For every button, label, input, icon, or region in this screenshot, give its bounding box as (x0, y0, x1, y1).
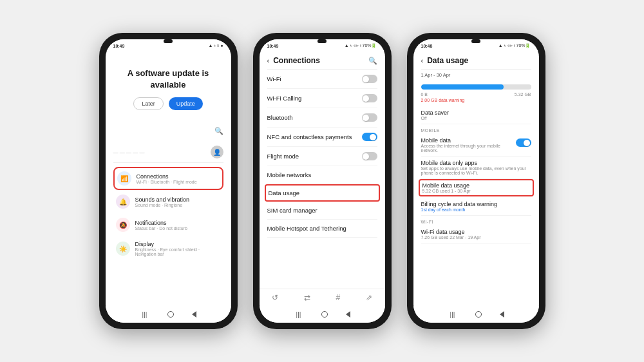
wifi-calling-toggle[interactable] (362, 94, 377, 102)
display-label: Display (135, 241, 221, 247)
nav-home-button[interactable] (167, 311, 174, 318)
user-name: — — — — — (113, 149, 145, 155)
menu-item-sim[interactable]: SIM card manager (267, 202, 377, 220)
nav-menu-button-3[interactable]: ||| (448, 310, 457, 319)
menu-item-bluetooth[interactable]: Bluetooth (267, 108, 377, 128)
settings-item-display[interactable]: ☀️ Display Brightness · Eye comfort shie… (113, 236, 223, 261)
mobile-data-toggle[interactable] (516, 138, 531, 147)
camera-notch (164, 39, 173, 43)
nav-back-button[interactable] (192, 311, 196, 318)
billing-cycle-sub: 1st day of each month (421, 207, 531, 212)
mobile-data-only-title: Mobile data only apps (421, 160, 531, 166)
settings-item-sounds[interactable]: 🔔 Sounds and vibration Sound mode · Ring… (113, 190, 223, 213)
mobile-data-item[interactable]: Mobile data Access the internet through … (421, 134, 531, 157)
data-saver-item[interactable]: Data saver Off (421, 106, 531, 124)
camera-notch-2 (317, 39, 327, 43)
settings-item-notifications[interactable]: 🔕 Notifications Status bar · Do not dist… (113, 213, 223, 236)
notifications-label: Notifications (135, 220, 187, 226)
nav-bar-2: ||| (260, 306, 385, 323)
connections-label: Connections (137, 173, 197, 180)
status-icons-2: ▲ ৳ ৩৮ ৷৷ 70%🔋 (345, 43, 377, 48)
toolbar-icon-3[interactable]: # (336, 293, 340, 302)
menu-item-wifi[interactable]: Wi-Fi (267, 70, 377, 89)
nav-back-button-3[interactable] (500, 311, 504, 318)
avatar: 👤 (211, 146, 223, 158)
mobile-data-title: Mobile data (421, 137, 516, 144)
menu-item-nfc[interactable]: NFC and contactless payments (267, 128, 377, 147)
data-warning: 2.00 GB data warning (421, 98, 531, 102)
phone-1-screen: 10:49 ▲ ৳ ৪ ● A software update is avail… (106, 39, 231, 323)
update-title: A software update is available (120, 68, 217, 91)
display-icon: ☀️ (116, 242, 130, 256)
search-bar: 🔍 (113, 124, 223, 138)
sounds-label: Sounds and vibration (135, 196, 190, 203)
data-saver-title: Data saver (421, 110, 531, 116)
display-text: Display Brightness · Eye comfort shield … (135, 241, 221, 256)
wifi-label: Wi-Fi (267, 75, 281, 82)
nav-menu-button[interactable]: ||| (140, 310, 149, 319)
data-usage-labels: 0 B 5.32 GB (421, 92, 531, 97)
user-section: — — — — — 👤 (113, 142, 223, 163)
back-button-3[interactable]: ‹ (421, 57, 424, 64)
settings-item-connections[interactable]: 📶 Connections Wi-Fi · Bluetooth · Flight… (113, 167, 223, 190)
connections-sub: Wi-Fi · Bluetooth · Flight mode (137, 180, 197, 184)
bluetooth-toggle[interactable] (362, 113, 377, 122)
phone-2-screen: 10:49 ▲ ৳ ৩৮ ৷৷ 70%🔋 ‹ Connections 🔍 Wi-… (260, 39, 385, 323)
nav-home-button-2[interactable] (321, 311, 328, 318)
header-left: ‹ Connections (267, 56, 320, 65)
wifi-toggle[interactable] (362, 75, 377, 83)
display-sub: Brightness · Eye comfort shield · Naviga… (135, 247, 221, 256)
connections-menu: Wi-Fi Wi-Fi Calling Bluetooth NFC and co… (267, 70, 377, 238)
status-time-3: 10:48 (421, 44, 433, 48)
back-button[interactable]: ‹ (267, 57, 270, 64)
menu-item-data-usage[interactable]: Data usage (265, 184, 380, 202)
nav-back-button-2[interactable] (346, 311, 350, 318)
connections-header: ‹ Connections 🔍 (267, 51, 377, 70)
search-button[interactable]: 🔍 (368, 57, 377, 65)
mobile-data-only-sub: Set apps to always use mobile data, even… (421, 166, 531, 175)
wifi-data-usage-item[interactable]: Wi-Fi data usage 7.26 GB used 22 Mar - 1… (421, 225, 531, 243)
wifi-data-usage-title: Wi-Fi data usage (421, 229, 531, 235)
sounds-icon: 🔔 (116, 195, 130, 209)
page-title-data-usage: Data usage (427, 56, 468, 65)
page-title-connections: Connections (273, 56, 320, 65)
notifications-text: Notifications Status bar · Do not distur… (135, 220, 187, 231)
mobile-data-usage-item[interactable]: Mobile data usage 5.32 GB used 1 - 30 Ap… (419, 179, 534, 196)
menu-item-mobile-networks[interactable]: Mobile networks (267, 166, 377, 184)
status-time-2: 10:49 (267, 44, 279, 48)
usage-left: 0 B (421, 92, 428, 97)
later-button[interactable]: Later (133, 97, 164, 110)
phone-1-content: A software update is available Later Upd… (106, 51, 231, 306)
nav-bar-1: ||| (106, 306, 231, 323)
bluetooth-label: Bluetooth (267, 114, 293, 121)
status-icons-3: ▲ ৳ ৩৮ ৷৷ 70%🔋 (498, 43, 531, 48)
settings-list: 📶 Connections Wi-Fi · Bluetooth · Flight… (113, 167, 223, 261)
mobile-data-sub: Access the internet through your mobile … (421, 144, 516, 153)
toolbar-icon-4[interactable]: ⇗ (366, 293, 372, 302)
update-button[interactable]: Update (169, 97, 203, 110)
phone-1: 10:49 ▲ ৳ ৪ ● A software update is avail… (99, 33, 238, 329)
data-usage-label: Data usage (269, 189, 300, 196)
nfc-toggle[interactable] (362, 133, 377, 141)
menu-item-hotspot[interactable]: Mobile Hotspot and Tethering (267, 220, 377, 238)
toolbar-icon-2[interactable]: ⇄ (304, 293, 310, 302)
nav-menu-button-2[interactable]: ||| (294, 310, 303, 319)
wifi-data-usage-sub: 7.26 GB used 22 Mar - 19 Apr (421, 235, 531, 240)
update-buttons: Later Update (120, 97, 217, 110)
nav-home-button-3[interactable] (475, 311, 482, 318)
billing-cycle-title: Billing cycle and data warning (421, 201, 531, 207)
search-icon[interactable]: 🔍 (214, 127, 223, 135)
mobile-data-only-item[interactable]: Mobile data only apps Set apps to always… (421, 157, 531, 179)
phone-2: 10:49 ▲ ৳ ৩৮ ৷৷ 70%🔋 ‹ Connections 🔍 Wi-… (253, 33, 392, 329)
billing-cycle-item[interactable]: Billing cycle and data warning 1st day o… (421, 198, 531, 216)
mobile-networks-label: Mobile networks (267, 171, 312, 178)
flight-label: Flight mode (267, 153, 299, 160)
mobile-data-text: Mobile data Access the internet through … (421, 137, 516, 153)
data-usage-bar (421, 84, 531, 90)
toolbar-icon-1[interactable]: ↺ (272, 293, 278, 302)
data-saver-sub: Off (421, 116, 531, 120)
section-wifi: Wi-Fi (421, 216, 531, 225)
flight-toggle[interactable] (362, 152, 377, 160)
menu-item-flight[interactable]: Flight mode (267, 147, 377, 166)
menu-item-wifi-calling[interactable]: Wi-Fi Calling (267, 89, 377, 108)
